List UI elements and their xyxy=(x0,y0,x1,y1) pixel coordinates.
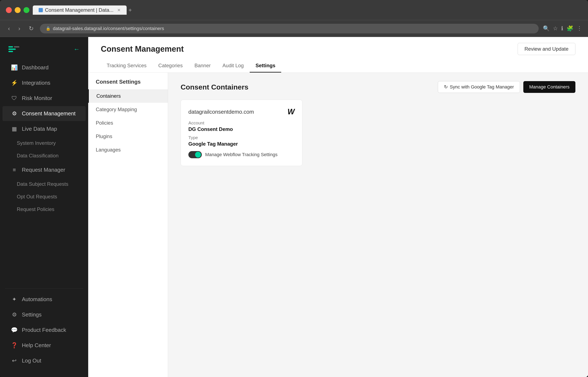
sidebar-item-label: Help Center xyxy=(22,342,51,349)
sync-gtm-button[interactable]: ↻ Sync with Google Tag Manager xyxy=(438,81,520,93)
toggle-label: Manage Webflow Tracking Settings xyxy=(205,152,277,157)
sync-icon: ↻ xyxy=(444,84,448,90)
sidebar-item-label: Dashboard xyxy=(22,64,48,71)
refresh-nav-button[interactable]: ↻ xyxy=(27,24,36,33)
search-icon[interactable]: 🔍 xyxy=(543,25,550,32)
settings-icon: ⚙ xyxy=(11,311,18,318)
logout-icon: ↩ xyxy=(11,357,18,364)
page-header-top: Consent Management Review and Update xyxy=(101,43,575,59)
svg-rect-3 xyxy=(14,46,19,47)
settings-nav-plugins[interactable]: Plugins xyxy=(88,130,168,143)
integrations-icon: ⚡ xyxy=(11,80,18,86)
sidebar-divider xyxy=(5,288,83,289)
menu-icon[interactable]: ⋮ xyxy=(577,25,582,32)
info-icon[interactable]: ℹ xyxy=(561,25,563,32)
fullscreen-button[interactable] xyxy=(23,7,29,13)
sidebar-item-label: Integrations xyxy=(22,80,50,86)
forward-nav-button[interactable]: › xyxy=(16,24,22,33)
tab-close-icon[interactable]: ✕ xyxy=(117,8,121,13)
opt-out-requests-label: Opt Out Requests xyxy=(17,194,57,200)
card-header: datagrailconsentdemo.com W xyxy=(188,107,295,116)
new-tab-button[interactable]: + xyxy=(128,7,132,13)
tab-settings[interactable]: Settings xyxy=(250,59,281,72)
sidebar-item-request-manager[interactable]: ≡ Request Manager xyxy=(2,163,86,177)
tab-audit-log[interactable]: Audit Log xyxy=(216,59,249,72)
review-update-button[interactable]: Review and Update xyxy=(518,43,575,55)
sidebar-item-integrations[interactable]: ⚡ Integrations xyxy=(2,75,86,90)
sidebar-item-product-feedback[interactable]: 💬 Product Feedback xyxy=(2,323,86,338)
sidebar-sub-item-system-inventory[interactable]: System Inventory xyxy=(0,137,88,149)
settings-actions: ↻ Sync with Google Tag Manager Manage Co… xyxy=(438,81,575,93)
settings-sidebar: Consent Settings Containers Category Map… xyxy=(88,73,168,377)
sidebar-item-settings[interactable]: ⚙ Settings xyxy=(2,307,86,322)
tab-tracking-services[interactable]: Tracking Services xyxy=(101,59,152,72)
traffic-lights xyxy=(6,7,29,13)
sidebar-sub-item-data-classification[interactable]: Data Classification xyxy=(0,149,88,162)
sidebar-item-consent-management[interactable]: ⚙ Consent Management xyxy=(2,106,86,121)
webflow-tracking-toggle[interactable] xyxy=(188,151,202,158)
sidebar-sub-item-data-subject-requests[interactable]: Data Subject Requests xyxy=(0,178,88,190)
toggle-row: Manage Webflow Tracking Settings xyxy=(188,151,295,158)
sidebar-item-label: Live Data Map xyxy=(22,126,57,132)
data-subject-requests-label: Data Subject Requests xyxy=(17,181,68,187)
url-bar[interactable]: 🔒 datagrail-sales.datagrail.io/consent/s… xyxy=(40,24,539,33)
system-inventory-label: System Inventory xyxy=(17,140,56,146)
settings-nav-languages[interactable]: Languages xyxy=(88,143,168,157)
sidebar-sub-item-opt-out-requests[interactable]: Opt Out Requests xyxy=(0,190,88,203)
security-icon: 🔒 xyxy=(46,26,50,31)
sidebar-item-log-out[interactable]: ↩ Log Out xyxy=(2,353,86,368)
tab-title: Consent Management | Data... xyxy=(45,7,113,13)
dashboard-icon: 📊 xyxy=(11,64,18,71)
consent-icon: ⚙ xyxy=(11,110,18,117)
svg-rect-2 xyxy=(8,51,13,52)
container-card: datagrailconsentdemo.com W Account DG Co… xyxy=(181,100,302,166)
sidebar-nav: 📊 Dashboard ⚡ Integrations 🛡 Risk Monito… xyxy=(0,60,88,282)
tab-categories[interactable]: Categories xyxy=(152,59,189,72)
sidebar-bottom: ✦ Automations ⚙ Settings 💬 Product Feedb… xyxy=(0,282,88,372)
page-header: Consent Management Review and Update Tra… xyxy=(88,37,588,73)
sidebar-item-live-data-map[interactable]: ▦ Live Data Map xyxy=(2,121,86,136)
settings-nav-category-mapping[interactable]: Category Mapping xyxy=(88,103,168,116)
close-button[interactable] xyxy=(6,7,12,13)
address-bar: ‹ › ↻ 🔒 datagrail-sales.datagrail.io/con… xyxy=(0,20,588,37)
browser-window: Consent Management | Data... ✕ + ‹ › ↻ 🔒… xyxy=(0,0,588,377)
active-tab[interactable]: Consent Management | Data... ✕ xyxy=(33,5,127,15)
settings-section-title: Consent Containers xyxy=(181,83,249,91)
svg-rect-1 xyxy=(8,48,16,50)
sidebar-item-automations[interactable]: ✦ Automations xyxy=(2,292,86,307)
minimize-button[interactable] xyxy=(15,7,21,13)
type-label: Type xyxy=(188,135,295,140)
container-domain: datagrailconsentdemo.com xyxy=(188,109,254,115)
bookmark-icon[interactable]: ☆ xyxy=(553,25,558,32)
webflow-logo: W xyxy=(287,107,295,116)
account-label: Account xyxy=(188,120,295,125)
tab-bar: Consent Management | Data... ✕ + xyxy=(33,5,582,15)
browser-titlebar: Consent Management | Data... ✕ + xyxy=(0,0,588,20)
url-text: datagrail-sales.datagrail.io/consent/set… xyxy=(53,26,164,31)
back-arrow-icon[interactable]: ← xyxy=(73,46,80,53)
request-manager-icon: ≡ xyxy=(11,167,18,173)
back-nav-button[interactable]: ‹ xyxy=(6,24,12,33)
sidebar-item-label: Product Feedback xyxy=(22,327,66,333)
sidebar-logo: ← xyxy=(0,42,88,60)
type-field: Type Google Tag Manager xyxy=(188,135,295,147)
data-map-icon: ▦ xyxy=(11,126,18,132)
logo-icon xyxy=(8,45,19,53)
settings-nav-policies[interactable]: Policies xyxy=(88,116,168,130)
risk-monitor-icon: 🛡 xyxy=(11,95,18,102)
sidebar-item-risk-monitor[interactable]: 🛡 Risk Monitor xyxy=(2,91,86,106)
tabs: Tracking Services Categories Banner Audi… xyxy=(101,59,575,72)
sidebar-item-help-center[interactable]: ❓ Help Center xyxy=(2,338,86,353)
extension-icon[interactable]: 🧩 xyxy=(566,25,573,32)
account-value: DG Consent Demo xyxy=(188,126,295,132)
feedback-icon: 💬 xyxy=(11,327,18,333)
manage-containers-button[interactable]: Manage Containers xyxy=(523,81,575,93)
sidebar-item-label: Request Manager xyxy=(22,167,65,173)
sidebar-item-label: Automations xyxy=(22,296,52,303)
settings-nav-containers[interactable]: Containers xyxy=(88,89,168,103)
tab-favicon xyxy=(39,8,43,12)
sidebar: ← 📊 Dashboard ⚡ Integrations 🛡 Risk Moni… xyxy=(0,37,88,377)
sidebar-sub-item-request-policies[interactable]: Request Policies xyxy=(0,203,88,216)
tab-banner[interactable]: Banner xyxy=(189,59,216,72)
sidebar-item-dashboard[interactable]: 📊 Dashboard xyxy=(2,60,86,75)
